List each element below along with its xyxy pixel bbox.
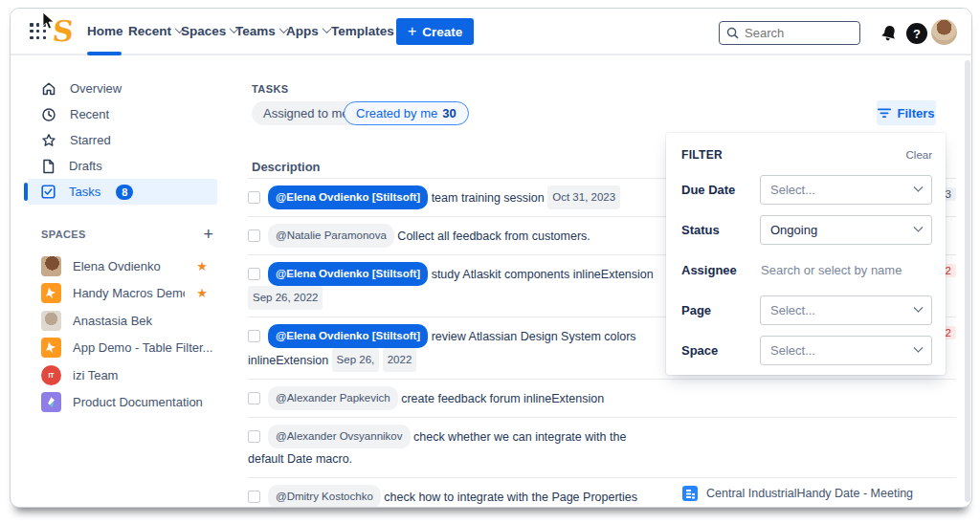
due-date-select[interactable]: Select...	[760, 175, 932, 205]
spaces-title: SPACES	[41, 229, 86, 240]
page-icon	[682, 486, 698, 501]
date-pill: 2022	[383, 348, 417, 372]
space-item-elena-ovdienko[interactable]: Elena Ovdienko ★	[28, 252, 217, 280]
page-title: TASKS	[252, 83, 288, 95]
star-icon	[41, 133, 56, 148]
task-checkbox[interactable]	[248, 229, 260, 242]
status-select[interactable]: Ongoing	[760, 215, 932, 245]
chevron-down-icon	[914, 303, 924, 313]
nav-teams[interactable]: Teams	[235, 24, 287, 38]
sidebar-item-tasks[interactable]: Tasks 8	[28, 179, 217, 205]
task-description: @Alexander Ovsyannikov check whether we …	[248, 425, 657, 470]
task-row: @Alexander Ovsyannikov check whether we …	[248, 418, 956, 478]
task-checkbox[interactable]	[248, 392, 260, 404]
sidebar-item-label: Drafts	[69, 159, 102, 173]
search-input[interactable]	[745, 26, 840, 40]
nav-home[interactable]: Home	[87, 24, 123, 38]
mention-pill[interactable]: @Natalie Paramonova	[268, 224, 394, 248]
task-checkbox[interactable]	[248, 191, 260, 204]
space-avatar	[41, 311, 61, 331]
vertical-scrollbar[interactable]	[965, 60, 970, 502]
filter-label-page: Page	[681, 303, 760, 317]
sidebar-item-label: Recent	[70, 107, 109, 121]
space-item-app-demo[interactable]: App Demo - Table Filter...	[28, 335, 217, 362]
filter-label-due-date: Due Date	[681, 183, 760, 197]
sidebar-item-label: Overview	[70, 81, 122, 96]
help-icon[interactable]: ?	[904, 21, 929, 46]
filter-panel-title: FILTER	[681, 148, 723, 162]
page-select[interactable]: Select...	[760, 295, 932, 325]
space-avatar	[41, 256, 61, 276]
screenshot-page: S Home Recent Spaces Teams Apps Template…	[0, 0, 980, 524]
notifications-bell-icon[interactable]	[877, 21, 902, 46]
mention-pill[interactable]: @Elena Ovdienko [Stiltsoft]	[268, 262, 428, 286]
top-navigation-bar: S Home Recent Spaces Teams Apps Template…	[11, 9, 971, 55]
add-space-button[interactable]: +	[203, 226, 213, 243]
app-window: S Home Recent Spaces Teams Apps Template…	[10, 8, 972, 508]
sidebar-item-starred[interactable]: Starred	[28, 127, 217, 153]
filter-panel: FILTER Clear Due Date Select... Status O…	[666, 133, 946, 375]
chevron-down-icon	[914, 183, 924, 192]
task-description: @Elena Ovdienko [Stiltsoft] review Atlas…	[248, 324, 657, 372]
stiltsoft-logo[interactable]: S	[51, 14, 75, 48]
task-checkbox[interactable]	[248, 491, 260, 503]
active-tab-indicator	[87, 52, 122, 55]
space-item-anastasia-bek[interactable]: Anastasia Bek	[28, 307, 217, 335]
chevron-down-icon	[914, 223, 924, 232]
space-item-handy-macros[interactable]: Handy Macros Demo S... ★	[28, 280, 217, 308]
create-button[interactable]: + Create	[396, 18, 474, 45]
mention-pill[interactable]: @Elena Ovdienko [Stiltsoft]	[268, 324, 428, 348]
task-page-link[interactable]: Central IndustrialHandy Date - Meeting n…	[682, 485, 927, 508]
sidebar-item-recent[interactable]: Recent	[28, 101, 217, 127]
space-item-izi-team[interactable]: IT izi Team	[28, 361, 217, 389]
draft-page-icon	[41, 159, 56, 174]
tab-created-by-me[interactable]: Created by me30	[344, 101, 469, 125]
selected-indicator	[24, 183, 28, 201]
space-icon-app-demo	[41, 338, 61, 358]
search-box[interactable]	[719, 21, 860, 45]
task-description: @Elena Ovdienko [Stiltsoft] study Atlask…	[248, 262, 657, 310]
sidebar-item-label: Tasks	[69, 185, 100, 199]
task-row: @Alexander Papkevich create feedback for…	[248, 380, 956, 418]
starred-icon[interactable]: ★	[196, 286, 208, 300]
plus-icon: +	[408, 24, 416, 39]
tab-count: 30	[442, 106, 456, 120]
task-row: @Dmitry Kostochko check how to integrate…	[248, 478, 956, 508]
user-avatar[interactable]	[931, 19, 957, 45]
mention-pill[interactable]: @Alexander Papkevich	[268, 386, 398, 410]
filter-label-status: Status	[681, 223, 760, 237]
chevron-down-icon	[914, 343, 924, 353]
chevron-down-icon	[322, 24, 331, 33]
sidebar-item-label: Starred	[70, 133, 111, 147]
mention-pill[interactable]: @Alexander Ovsyannikov	[268, 425, 411, 448]
mention-pill[interactable]: @Dmitry Kostochko	[268, 485, 381, 508]
clear-filters-link[interactable]: Clear	[906, 149, 932, 161]
task-checkbox-icon	[41, 185, 56, 199]
task-checkbox[interactable]	[248, 330, 260, 342]
sidebar-item-drafts[interactable]: Drafts	[28, 153, 217, 179]
filters-button[interactable]: Filters	[877, 100, 936, 125]
date-pill: Sep 26,	[332, 348, 380, 372]
space-icon-izi: IT	[41, 365, 61, 385]
spaces-header: SPACES +	[41, 226, 213, 243]
space-item-product-documentation[interactable]: Product Documentation	[28, 389, 217, 417]
mention-pill[interactable]: @Elena Ovdienko [Stiltsoft]	[268, 186, 428, 209]
column-header-description[interactable]: Description	[252, 160, 321, 174]
nav-apps[interactable]: Apps	[286, 24, 330, 38]
nav-recent[interactable]: Recent	[128, 24, 183, 38]
nav-spaces[interactable]: Spaces	[181, 24, 237, 38]
assignee-search-input[interactable]: Search or select by name	[760, 263, 932, 277]
home-icon	[41, 81, 56, 97]
date-pill: Oct 31, 2023	[547, 186, 620, 209]
starred-icon[interactable]: ★	[196, 259, 208, 273]
nav-templates[interactable]: Templates	[331, 24, 394, 38]
app-switcher-icon[interactable]	[30, 23, 47, 40]
space-select[interactable]: Select...	[760, 336, 932, 365]
sidebar-item-overview[interactable]: Overview	[28, 76, 217, 101]
task-checkbox[interactable]	[248, 430, 260, 443]
space-icon-rocket	[41, 392, 61, 412]
filter-label-assignee: Assignee	[681, 263, 760, 277]
sidebar: Overview Recent Starred Drafts Tasks 8	[28, 76, 217, 416]
date-pill: Sep 26, 2022	[248, 286, 323, 310]
task-checkbox[interactable]	[248, 268, 260, 280]
